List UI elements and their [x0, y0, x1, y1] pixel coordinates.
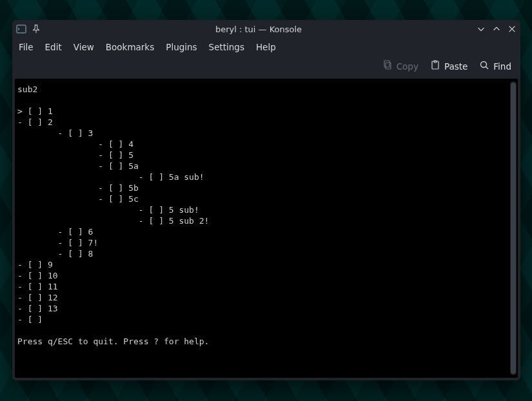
svg-point-5 [481, 62, 487, 68]
copy-label: Copy [397, 61, 419, 72]
find-label: Find [493, 61, 511, 72]
pin-icon[interactable] [32, 24, 41, 34]
paste-button[interactable]: Paste [430, 60, 468, 72]
menu-help[interactable]: Help [256, 42, 276, 52]
minimize-icon[interactable] [477, 24, 486, 34]
menu-file[interactable]: File [19, 42, 34, 52]
maximize-icon[interactable] [492, 24, 501, 34]
terminal-output[interactable]: sub2 > [ ] 1 - [ ] 2 - [ ] 3 - [ ] 4 - [… [15, 79, 510, 378]
window-title: beryl : tui — Konsole [41, 24, 477, 34]
menu-plugins[interactable]: Plugins [166, 42, 197, 52]
svg-rect-0 [17, 25, 26, 33]
copy-button[interactable]: Copy [382, 60, 419, 72]
menubar: File Edit View Bookmarks Plugins Setting… [12, 38, 520, 56]
close-icon[interactable] [507, 24, 517, 34]
toolbar: Copy Paste Find [12, 56, 520, 79]
menu-edit[interactable]: Edit [45, 42, 62, 52]
menu-bookmarks[interactable]: Bookmarks [106, 42, 154, 52]
terminal-area: sub2 > [ ] 1 - [ ] 2 - [ ] 3 - [ ] 4 - [… [15, 79, 518, 378]
copy-icon [382, 60, 393, 72]
paste-label: Paste [444, 61, 468, 72]
svg-rect-1 [384, 61, 389, 67]
terminal-icon [16, 24, 26, 34]
paste-icon [430, 60, 440, 72]
menu-view[interactable]: View [74, 42, 94, 52]
scrollbar[interactable] [510, 81, 517, 375]
menu-settings[interactable]: Settings [209, 42, 244, 52]
find-button[interactable]: Find [479, 60, 511, 72]
titlebar: beryl : tui — Konsole [12, 20, 520, 38]
svg-line-6 [486, 67, 489, 70]
svg-rect-2 [386, 63, 391, 69]
scrollbar-thumb[interactable] [511, 83, 516, 374]
find-icon [479, 60, 489, 72]
konsole-window: beryl : tui — Konsole File Edit View Boo… [12, 20, 520, 380]
